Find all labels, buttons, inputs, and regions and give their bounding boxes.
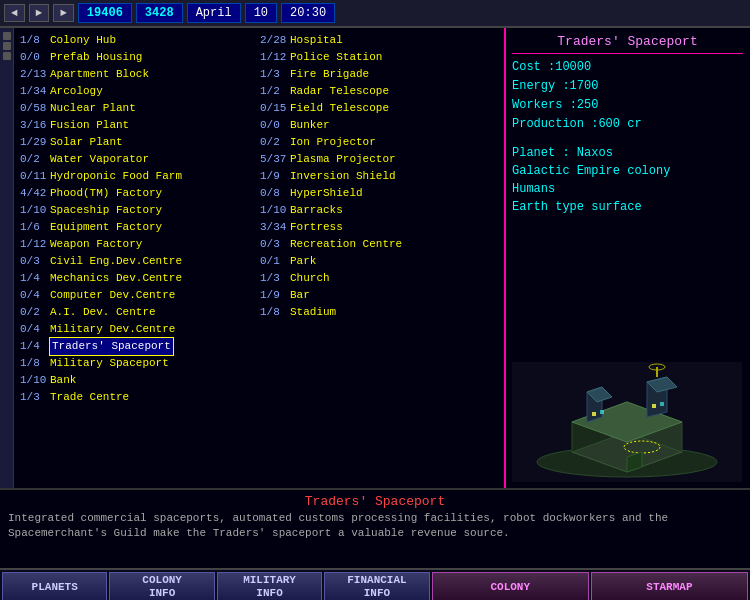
military-info-button[interactable]: MILITARYINFO	[217, 572, 322, 600]
building-list-item[interactable]: 2/28Hospital	[260, 32, 500, 49]
building-count: 1/12	[20, 236, 50, 253]
building-list-item[interactable]: 0/58Nuclear Plant	[20, 100, 260, 117]
buildings-panel[interactable]: 1/8Colony Hub0/0Prefab Housing2/13Apartm…	[14, 28, 504, 488]
building-list-item[interactable]: 3/16Fusion Plant	[20, 117, 260, 134]
building-list-item[interactable]: 0/3Recreation Centre	[260, 236, 500, 253]
building-count: 5/37	[260, 151, 290, 168]
building-count: 1/10	[20, 202, 50, 219]
building-list-item[interactable]: 0/0Prefab Housing	[20, 49, 260, 66]
building-list-item[interactable]: 5/37Plasma Projector	[260, 151, 500, 168]
building-count: 1/10	[260, 202, 290, 219]
building-count: 1/3	[20, 389, 50, 406]
building-name: Phood(TM) Factory	[50, 185, 162, 202]
building-list-item[interactable]: 1/10Spaceship Factory	[20, 202, 260, 219]
building-list-item[interactable]: 1/6Equipment Factory	[20, 219, 260, 236]
btn-prev[interactable]: ◄	[4, 4, 25, 22]
building-list-item[interactable]: 0/2A.I. Dev. Centre	[20, 304, 260, 321]
building-count: 1/3	[260, 66, 290, 83]
building-list-item[interactable]: 1/10Barracks	[260, 202, 500, 219]
svg-rect-17	[660, 402, 664, 406]
building-count: 0/8	[260, 185, 290, 202]
building-list-item[interactable]: 0/1Park	[260, 253, 500, 270]
svg-rect-15	[600, 410, 604, 414]
btn-next1[interactable]: ►	[29, 4, 50, 22]
building-list-item[interactable]: 1/34Arcology	[20, 83, 260, 100]
building-name: Mechanics Dev.Centre	[50, 270, 182, 287]
building-list-item[interactable]: 1/9Bar	[260, 287, 500, 304]
colony-info-button[interactable]: COLONYINFO	[109, 572, 214, 600]
building-list-item[interactable]: 1/10Bank	[20, 372, 260, 389]
building-list-item[interactable]: 0/8HyperShield	[260, 185, 500, 202]
building-list-item[interactable]: 1/12Police Station	[260, 49, 500, 66]
building-list-item[interactable]: 1/4Mechanics Dev.Centre	[20, 270, 260, 287]
building-list-item[interactable]: 1/8Colony Hub	[20, 32, 260, 49]
building-list-item[interactable]: 1/3Church	[260, 270, 500, 287]
production-label: Production	[512, 117, 584, 131]
stat-population: 3428	[136, 3, 183, 23]
building-list-item[interactable]: 1/29Solar Plant	[20, 134, 260, 151]
building-list-item[interactable]: 0/4Military Dev.Centre	[20, 321, 260, 338]
btn-next2[interactable]: ►	[53, 4, 74, 22]
building-list-item[interactable]: 1/8Military Spaceport	[20, 355, 260, 372]
building-count: 3/16	[20, 117, 50, 134]
building-name: Trade Centre	[50, 389, 129, 406]
building-count: 2/28	[260, 32, 290, 49]
building-count: 0/15	[260, 100, 290, 117]
starmap-button[interactable]: STARMAP	[591, 572, 748, 600]
building-list-item[interactable]: 1/9Inversion Shield	[260, 168, 500, 185]
main-area: 1/8Colony Hub0/0Prefab Housing2/13Apartm…	[0, 28, 750, 488]
building-list-item[interactable]: 1/8Stadium	[260, 304, 500, 321]
building-count: 1/8	[20, 32, 50, 49]
building-svg	[512, 362, 742, 482]
building-list-item[interactable]: 0/11Hydroponic Food Farm	[20, 168, 260, 185]
building-list-item[interactable]: 0/0Bunker	[260, 117, 500, 134]
building-list-item[interactable]: 4/42Phood(TM) Factory	[20, 185, 260, 202]
building-image	[512, 362, 743, 482]
building-name: Arcology	[50, 83, 103, 100]
building-name: Apartment Block	[50, 66, 149, 83]
building-name: Recreation Centre	[290, 236, 402, 253]
building-list-item[interactable]: 0/2Water Vaporator	[20, 151, 260, 168]
building-list-item[interactable]: 1/3Trade Centre	[20, 389, 260, 406]
building-name: Colony Hub	[50, 32, 116, 49]
building-count: 0/4	[20, 321, 50, 338]
top-bar: ◄ ► ► 19406 3428 April 10 20:30	[0, 0, 750, 28]
building-list-item[interactable]: 0/3Civil Eng.Dev.Centre	[20, 253, 260, 270]
building-count: 0/58	[20, 100, 50, 117]
planets-button[interactable]: PLANETS	[2, 572, 107, 600]
desc-text: Integrated commercial spaceports, automa…	[8, 511, 742, 541]
building-name: Inversion Shield	[290, 168, 396, 185]
building-name: Park	[290, 253, 316, 270]
planet-line: Planet : Naxos	[512, 144, 743, 162]
building-name: Police Station	[290, 49, 382, 66]
building-list-item[interactable]: 3/34Fortress	[260, 219, 500, 236]
building-list-item[interactable]: 1/3Fire Brigade	[260, 66, 500, 83]
info-energy: Energy :1700	[512, 77, 743, 96]
building-list-item[interactable]: 0/2Ion Projector	[260, 134, 500, 151]
building-list-item[interactable]: 0/4Computer Dev.Centre	[20, 287, 260, 304]
building-count: 1/10	[20, 372, 50, 389]
building-count: 0/2	[260, 134, 290, 151]
building-count: 1/29	[20, 134, 50, 151]
building-count: 0/0	[20, 49, 50, 66]
cost-value: :10000	[548, 60, 591, 74]
building-name: Prefab Housing	[50, 49, 142, 66]
building-list-item[interactable]: 2/13Apartment Block	[20, 66, 260, 83]
building-list-item[interactable]: 1/4Traders' Spaceport	[20, 338, 260, 355]
building-count: 0/4	[20, 287, 50, 304]
planet-value: : Naxos	[562, 146, 612, 160]
info-title: Traders' Spaceport	[512, 34, 743, 54]
building-count: 0/11	[20, 168, 50, 185]
building-count: 0/2	[20, 304, 50, 321]
info-production: Production :600 cr	[512, 115, 743, 134]
building-list-item[interactable]: 0/15Field Telescope	[260, 100, 500, 117]
financial-info-button[interactable]: FINANCIALINFO	[324, 572, 429, 600]
building-name: Hydroponic Food Farm	[50, 168, 182, 185]
building-count: 1/8	[260, 304, 290, 321]
building-list-item[interactable]: 1/2Radar Telescope	[260, 83, 500, 100]
desc-panel: Traders' Spaceport Integrated commercial…	[0, 488, 750, 568]
building-list-item[interactable]: 1/12Weapon Factory	[20, 236, 260, 253]
building-count: 0/3	[20, 253, 50, 270]
colony-right-button[interactable]: COLONY	[432, 572, 589, 600]
building-count: 1/4	[20, 270, 50, 287]
